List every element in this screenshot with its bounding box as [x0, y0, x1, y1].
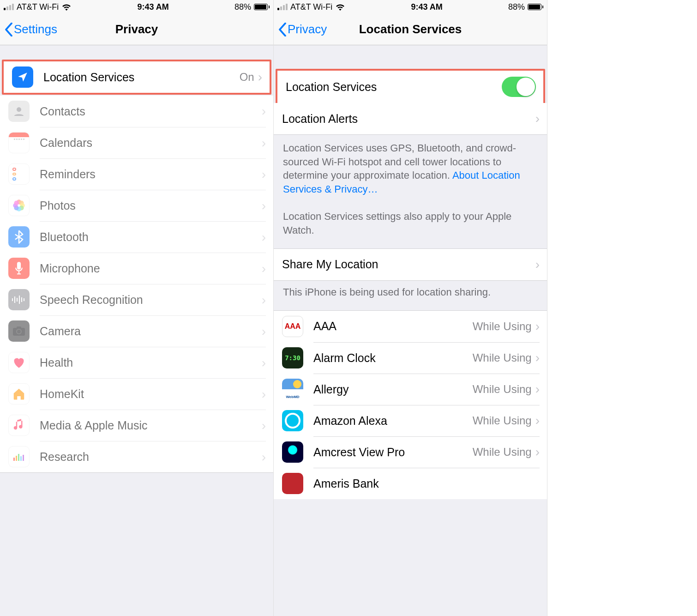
chevron-right-icon: › [262, 450, 266, 465]
battery-pct: 88% [508, 2, 525, 12]
row-label: Reminders [40, 168, 262, 181]
chevron-right-icon: › [262, 230, 266, 245]
chevron-right-icon: › [262, 104, 266, 119]
location-arrow-icon [12, 66, 33, 88]
wifi-icon [61, 3, 72, 11]
app-icon-allergy [282, 379, 303, 400]
svg-point-8 [14, 200, 18, 205]
signal-icon [4, 4, 14, 10]
chevron-right-icon: › [262, 387, 266, 402]
svg-rect-20 [13, 458, 15, 461]
chevron-right-icon: › [262, 136, 266, 151]
row-label: Allergy [313, 383, 473, 396]
chevron-right-icon: › [262, 418, 266, 433]
svg-rect-23 [20, 456, 22, 461]
row-app-allergy[interactable]: AllergyWhile Using› [274, 374, 547, 405]
status-bar: AT&T Wi-Fi 9:43 AM 88% [274, 0, 547, 14]
chevron-left-icon [278, 23, 287, 36]
chevron-right-icon: › [535, 382, 540, 397]
svg-rect-22 [18, 454, 19, 461]
app-icon-amazon-alexa [282, 410, 303, 431]
row-bluetooth[interactable]: Bluetooth› [0, 221, 273, 253]
row-label: Share My Location [282, 258, 535, 271]
chevron-right-icon: › [535, 111, 540, 126]
row-location-services[interactable]: Location Services On › [4, 61, 270, 93]
highlight-box: Location Services On › [2, 60, 271, 95]
desc-secondary: Location Services settings also apply to… [283, 211, 511, 236]
svg-rect-17 [17, 326, 21, 329]
battery-icon [254, 4, 270, 10]
carrier-label: AT&T Wi-Fi [17, 2, 59, 12]
row-location-services-toggle: Location Services [277, 71, 543, 103]
row-label: HomeKit [40, 387, 262, 401]
row-app-amazon-alexa[interactable]: Amazon AlexaWhile Using› [274, 405, 547, 436]
row-app-aaa[interactable]: AAA AAAWhile Using› [274, 311, 547, 342]
reminders-icon [8, 163, 30, 185]
row-label: AAA [313, 320, 473, 333]
chevron-right-icon: › [258, 70, 262, 85]
chevron-right-icon: › [262, 167, 266, 182]
row-value: While Using [473, 414, 532, 427]
chevron-right-icon: › [535, 257, 540, 272]
status-time: 9:43 AM [137, 2, 168, 12]
location-services-switch[interactable] [502, 77, 536, 97]
row-label: Ameris Bank [313, 477, 540, 490]
row-label: Research [40, 450, 262, 464]
pane-privacy: AT&T Wi-Fi 9:43 AM 88% Settings Privacy [0, 0, 274, 616]
row-media-apple-music[interactable]: Media & Apple Music› [0, 410, 273, 441]
microphone-icon [8, 258, 30, 279]
back-button[interactable]: Settings [5, 22, 57, 36]
row-label: Amazon Alexa [313, 414, 473, 428]
music-note-icon [8, 415, 30, 436]
camera-icon [8, 320, 30, 342]
back-label: Privacy [288, 22, 327, 36]
chevron-right-icon: › [535, 350, 540, 365]
row-label: Bluetooth [40, 230, 262, 244]
battery-pct: 88% [234, 2, 251, 12]
back-button[interactable]: Privacy [278, 22, 327, 36]
row-app-alarm-clock[interactable]: 7:30 Alarm ClockWhile Using› [274, 342, 547, 374]
row-label: Media & Apple Music [40, 419, 262, 432]
chevron-right-icon: › [262, 199, 266, 213]
svg-point-0 [17, 107, 21, 112]
battery-icon [528, 4, 543, 10]
app-icon-alarm-clock: 7:30 [282, 347, 303, 368]
row-photos[interactable]: Photos› [0, 190, 273, 221]
chevron-right-icon: › [262, 293, 266, 308]
row-health[interactable]: Health› [0, 347, 273, 378]
row-research[interactable]: Research› [0, 441, 273, 472]
chevron-right-icon: › [262, 356, 266, 370]
nav-bar: Privacy Location Services [274, 14, 547, 45]
contacts-icon [8, 101, 30, 122]
svg-point-19 [17, 330, 21, 333]
row-camera[interactable]: Camera› [0, 315, 273, 347]
row-label: Amcrest View Pro [313, 446, 473, 459]
wifi-icon [335, 3, 345, 11]
svg-rect-24 [23, 455, 24, 461]
row-value: While Using [473, 383, 532, 396]
status-time: 9:43 AM [411, 2, 442, 12]
row-reminders[interactable]: Reminders› [0, 158, 273, 190]
row-label: Camera [40, 325, 262, 338]
row-label: Contacts [40, 105, 262, 118]
row-label: Speech Recognition [40, 293, 262, 307]
chevron-right-icon: › [262, 324, 266, 339]
waveform-icon [8, 289, 30, 310]
location-services-description: Location Services uses GPS, Bluetooth, a… [274, 135, 547, 248]
nav-bar: Settings Privacy [0, 14, 273, 45]
row-calendars[interactable]: Calendars› [0, 127, 273, 158]
row-speech-recognition[interactable]: Speech Recognition› [0, 284, 273, 315]
row-app-ameris-bank[interactable]: Ameris Bank [274, 468, 547, 499]
svg-rect-21 [16, 456, 17, 461]
bluetooth-icon [8, 226, 30, 248]
row-homekit[interactable]: HomeKit› [0, 378, 273, 410]
row-value: While Using [473, 446, 532, 459]
row-label: Photos [40, 199, 262, 212]
row-location-alerts[interactable]: Location Alerts › [274, 103, 547, 134]
chevron-right-icon: › [262, 261, 266, 276]
row-app-amcrest-view-pro[interactable]: Amcrest View ProWhile Using› [274, 436, 547, 468]
signal-icon [277, 4, 288, 10]
row-microphone[interactable]: Microphone› [0, 253, 273, 284]
row-share-my-location[interactable]: Share My Location › [274, 249, 547, 280]
row-contacts[interactable]: Contacts› [0, 96, 273, 127]
